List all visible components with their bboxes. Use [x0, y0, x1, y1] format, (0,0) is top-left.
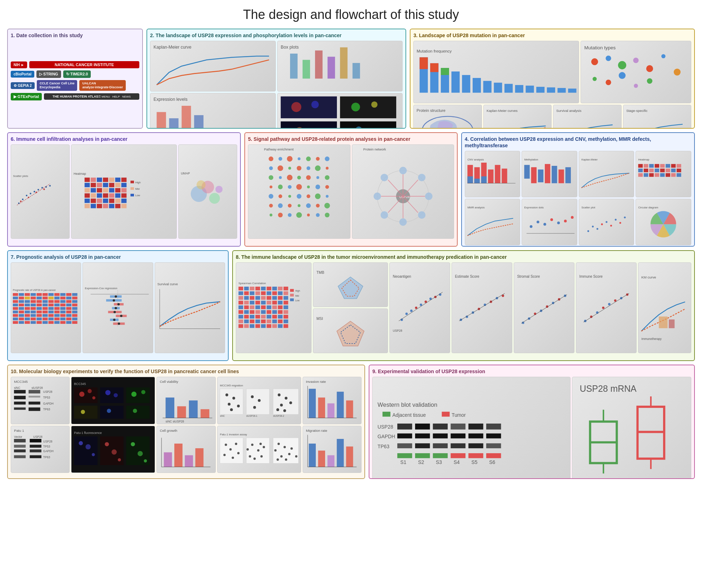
svg-rect-699	[486, 453, 501, 458]
svg-point-630	[229, 448, 231, 450]
svg-rect-297	[60, 300, 66, 303]
svg-rect-624	[195, 448, 204, 467]
svg-text:S6: S6	[489, 460, 495, 465]
svg-rect-397	[284, 287, 288, 291]
svg-rect-342	[66, 314, 71, 317]
svg-text:siUSP28-1: siUSP28-1	[246, 415, 257, 417]
svg-rect-230	[649, 169, 654, 172]
svg-point-651	[290, 447, 293, 449]
svg-rect-289	[13, 300, 18, 303]
panel-2-title: 2. The landscape of USP28 expression and…	[150, 32, 403, 39]
svg-rect-288	[72, 297, 78, 300]
svg-text:Methylation: Methylation	[524, 158, 538, 161]
svg-rect-534	[29, 402, 40, 405]
svg-rect-599	[30, 445, 41, 448]
panel-9-title: 9. Experimental validation of USP28 expr…	[372, 368, 691, 375]
svg-rect-6	[340, 48, 347, 79]
svg-text:USP28: USP28	[43, 390, 53, 394]
svg-point-573	[253, 406, 256, 409]
svg-rect-604	[14, 455, 26, 458]
svg-rect-36	[515, 85, 523, 93]
svg-rect-298	[66, 300, 71, 303]
svg-rect-214	[545, 164, 550, 183]
panel-5-content: Pathway enrichment	[248, 144, 454, 239]
svg-point-486	[415, 307, 418, 309]
svg-rect-315	[36, 307, 42, 310]
svg-rect-34	[494, 83, 502, 93]
svg-text:Expression dots: Expression dots	[524, 206, 544, 209]
svg-text:Invasion rate: Invasion rate	[306, 380, 326, 384]
svg-rect-601	[14, 449, 26, 452]
svg-text:Pathway enrichment: Pathway enrichment	[264, 148, 294, 151]
svg-rect-390	[244, 287, 249, 291]
svg-rect-211	[524, 165, 530, 179]
svg-rect-39	[547, 88, 555, 93]
timer-logo: ↻ TIMER2.0	[63, 70, 91, 78]
svg-rect-350	[49, 318, 54, 321]
svg-rect-544	[100, 387, 124, 403]
svg-point-157	[325, 185, 329, 189]
svg-rect-295	[49, 300, 54, 303]
svg-point-255	[587, 230, 589, 232]
svg-point-614	[111, 449, 117, 455]
svg-text:siUSP28: siUSP28	[31, 386, 43, 390]
svg-rect-678	[451, 434, 465, 439]
svg-rect-87	[115, 183, 121, 187]
svg-rect-558	[178, 406, 186, 418]
svg-point-543	[93, 396, 96, 400]
svg-rect-216	[559, 170, 564, 183]
panel-3-title: 3. Landscape of USP28 mutation in pan-ca…	[413, 32, 691, 39]
svg-rect-440	[272, 310, 277, 314]
panel-5-title: 5. Signal pathway and USP28-related prot…	[248, 136, 454, 142]
svg-rect-398	[239, 291, 243, 295]
panel-10: 10. Molecular biology experiments to ver…	[7, 365, 365, 479]
svg-point-141	[307, 166, 310, 170]
svg-rect-92	[103, 188, 108, 192]
svg-point-572	[258, 399, 260, 402]
svg-point-639	[249, 455, 251, 457]
panel-3-content: Mutation frequency	[413, 41, 691, 121]
svg-point-175	[296, 212, 302, 218]
panel-8-title: 8. The immune landscape of USP28 in the …	[236, 254, 691, 260]
svg-rect-203	[474, 179, 479, 183]
svg-rect-269	[25, 293, 30, 296]
svg-rect-27	[430, 63, 438, 72]
svg-rect-462	[244, 324, 249, 328]
svg-point-14	[291, 102, 301, 112]
svg-text:Survival analysis: Survival analysis	[556, 109, 582, 113]
svg-rect-670	[433, 424, 448, 430]
svg-rect-302	[25, 303, 30, 306]
svg-rect-235	[677, 169, 681, 172]
svg-rect-329	[54, 311, 60, 313]
svg-rect-448	[267, 315, 271, 319]
svg-point-164	[326, 195, 329, 198]
svg-point-174	[288, 213, 292, 217]
svg-rect-560	[201, 409, 209, 418]
svg-text:CNV analysis: CNV analysis	[467, 158, 484, 161]
panel-3: 3. Landscape of USP28 mutation in pan-ca…	[410, 29, 695, 129]
svg-point-251	[564, 220, 567, 223]
svg-rect-115	[115, 204, 121, 208]
svg-rect-675	[397, 434, 412, 439]
svg-text:Estimate Score: Estimate Score	[455, 275, 479, 278]
svg-rect-286	[60, 297, 66, 300]
svg-rect-232	[660, 169, 665, 172]
svg-rect-114	[109, 204, 114, 208]
svg-text:GAPDH: GAPDH	[378, 434, 395, 440]
svg-rect-21	[340, 122, 396, 129]
svg-text:siUSP28-2: siUSP28-2	[273, 415, 284, 417]
panel-4: 4. Correlation between USP28 expression …	[461, 132, 695, 247]
svg-text:GAPDH: GAPDH	[43, 450, 54, 453]
svg-point-131	[279, 157, 282, 160]
svg-point-64	[30, 193, 31, 194]
svg-text:Box plots: Box plots	[280, 45, 298, 50]
svg-point-569	[230, 409, 233, 411]
svg-rect-353	[66, 318, 71, 321]
svg-rect-328	[49, 311, 54, 313]
svg-rect-212	[531, 167, 537, 183]
svg-rect-117	[130, 181, 134, 183]
svg-rect-669	[415, 424, 430, 430]
svg-point-172	[270, 214, 273, 217]
svg-rect-425	[239, 306, 243, 310]
svg-text:MCC345: MCC345	[14, 380, 28, 384]
